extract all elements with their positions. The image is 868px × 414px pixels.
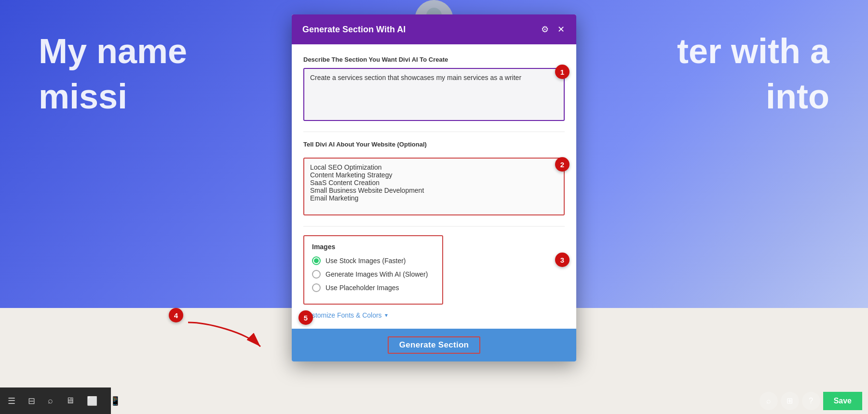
generate-btn-text: Generate Section [388,336,481,354]
radio-placeholder-label: Use Placeholder Images [326,284,399,292]
images-title: Images [312,243,434,251]
generate-section-button[interactable]: Generate Section [292,329,576,361]
section1-textarea[interactable] [303,68,565,121]
annotation-arrow [169,318,265,356]
section2-textarea[interactable] [303,158,565,215]
section2-label: Tell Divi AI About Your Website (Optiona… [303,141,565,148]
radio-ai-label: Generate Images With AI (Slower) [326,270,428,278]
customize-label: Customize Fonts & Colors [303,311,382,319]
badge-3: 3 [555,253,570,267]
modal-header-icons: ⚙ ✕ [540,23,566,36]
radio-stock[interactable]: Use Stock Images (Faster) [312,256,434,265]
section1-label: Describe The Section You Want Divi AI To… [303,56,565,63]
badge-2: 2 [555,157,570,172]
divider1 [303,132,565,132]
customize-link[interactable]: Customize Fonts & Colors ▾ [303,311,565,319]
radio-placeholder-dot[interactable] [312,283,321,292]
modal-header: Generate Section With AI ⚙ ✕ [292,14,576,44]
divider2 [303,226,565,227]
images-section: Images Use Stock Images (Faster) Generat… [303,235,443,305]
modal-footer: Generate Section [292,329,576,361]
radio-ai[interactable]: Generate Images With AI (Slower) [312,270,434,279]
radio-ai-dot[interactable] [312,270,321,279]
modal-overlay: Generate Section With AI ⚙ ✕ Describe Th… [0,0,868,414]
chevron-down-icon: ▾ [385,312,388,319]
section1: Describe The Section You Want Divi AI To… [303,56,565,123]
radio-stock-dot[interactable] [312,256,321,265]
section2: Tell Divi AI About Your Website (Optiona… [303,141,565,217]
badge-1: 1 [555,65,570,79]
badge-4: 4 [169,308,183,322]
close-icon[interactable]: ✕ [556,23,566,36]
settings-icon[interactable]: ⚙ [540,23,550,36]
modal-title: Generate Section With AI [302,25,406,35]
badge-5: 5 [298,310,313,325]
modal: Generate Section With AI ⚙ ✕ Describe Th… [292,14,576,361]
radio-stock-label: Use Stock Images (Faster) [326,257,406,265]
radio-placeholder[interactable]: Use Placeholder Images [312,283,434,292]
modal-body: Describe The Section You Want Divi AI To… [292,44,576,329]
